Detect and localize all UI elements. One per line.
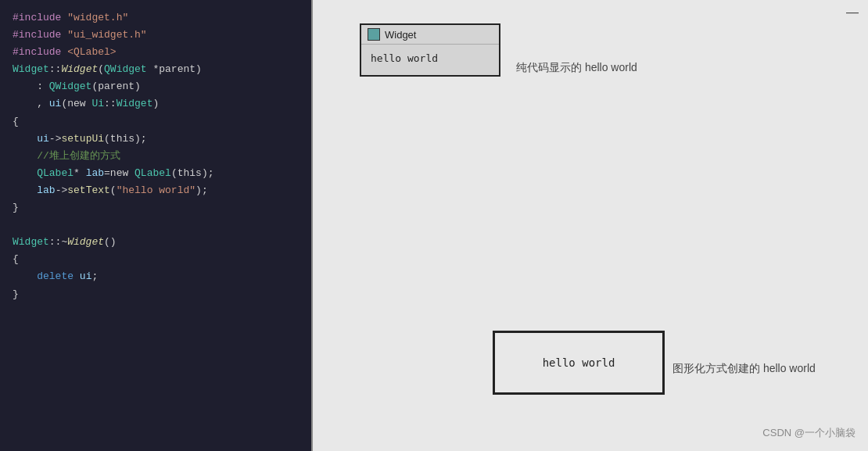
code-line: lab->setText("hello world"); [13,182,299,199]
graphical-label: 图形化方式创建的 hello world [673,362,816,376]
code-line: #include <QLabel> [13,44,299,61]
code-line: ui->setupUi(this); [13,131,299,148]
preview-panel: — Widget hello world 纯代码显示的 hello world … [313,0,868,451]
code-line: , ui(new Ui::Widget) [13,95,299,113]
code-only-label: 纯代码显示的 hello world [516,61,637,75]
code-line: Widget::Widget(QWidget *parent) [13,61,299,78]
mini-window-body: hello world [361,45,499,75]
code-line: //堆上创建的方式 [13,148,299,165]
code-line: #include "ui_widget.h" [13,27,299,44]
code-line [13,217,299,234]
mini-window-titlebar: Widget [361,25,499,45]
mini-window-title: Widget [385,29,416,41]
mini-window: Widget hello world [360,23,500,77]
code-line: #include "widget.h" [13,9,299,27]
code-panel: #include "widget.h"#include "ui_widget.h… [0,0,313,451]
footer-label: CSDN @一个小脑袋 [762,426,855,440]
code-line: { [13,251,299,268]
widget-icon [368,28,380,41]
code-line: Widget::~Widget() [13,234,299,251]
code-line: : QWidget(parent) [13,78,299,95]
code-line: delete ui; [13,268,299,285]
minimize-button[interactable]: — [846,6,859,19]
code-line: } [13,286,299,303]
mini-hello-text: hello world [371,52,438,64]
code-line: { [13,113,299,131]
hello-world-box: hello world [493,331,665,395]
code-line: } [13,199,299,217]
bottom-hello-text: hello world [543,356,615,369]
code-line: QLabel* lab=new QLabel(this); [13,165,299,182]
